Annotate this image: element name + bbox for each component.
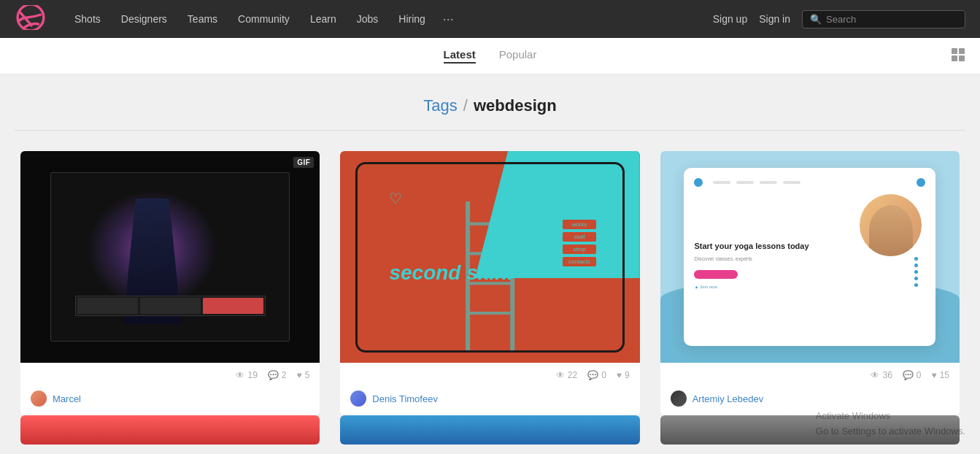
card-content: Start your yoga lessons today Discover c…	[694, 194, 925, 336]
shots-grid: GIF 👁 19 💬 2 ♥ 5 Marcel	[0, 131, 980, 415]
nav-pill-1: works	[563, 220, 596, 229]
breadcrumb-current: webdesign	[474, 96, 557, 115]
search-input[interactable]	[826, 14, 957, 25]
card-subtext: Discover classes, experts	[694, 255, 852, 263]
comment-icon-3: 💬	[903, 370, 914, 380]
comment-icon: 💬	[268, 370, 279, 380]
dot-2	[914, 263, 918, 267]
svg-rect-3	[952, 55, 957, 61]
shot-2-heart: ♡	[389, 190, 402, 207]
signin-button[interactable]: Sign in	[759, 13, 790, 25]
shot-card-1[interactable]: GIF 👁 19 💬 2 ♥ 5 Marcel	[20, 151, 320, 415]
nav-pill-2: staff	[563, 232, 596, 242]
author-name-1[interactable]: Marcel	[53, 393, 81, 404]
nav-right: Sign up Sign in 🔍	[713, 10, 965, 28]
card-nav-dot-2	[736, 181, 754, 184]
tab-links: Latest Popular	[444, 48, 537, 64]
dot-1	[914, 257, 918, 261]
comments-stat: 💬 2	[268, 370, 287, 380]
views-stat-2: 👁 22	[556, 370, 577, 380]
likes-count: 5	[305, 370, 310, 380]
breadcrumb-slash: /	[463, 96, 468, 115]
views-count-3: 36	[882, 370, 892, 380]
heart-icon-3: ♥	[932, 370, 937, 380]
likes-count-2: 9	[625, 370, 630, 380]
shot-thumb-1: GIF	[20, 151, 320, 363]
breadcrumb-section: Tags/webdesign	[0, 74, 980, 130]
heart-icon-2: ♥	[617, 370, 622, 380]
nav-community[interactable]: Community	[228, 0, 300, 38]
views-stat-3: 👁 36	[871, 370, 892, 380]
shot-thumb-3: Start your yoga lessons today Discover c…	[660, 151, 960, 363]
nav-jobs[interactable]: Jobs	[347, 0, 389, 38]
dot-5	[914, 283, 918, 287]
search-bar[interactable]: 🔍	[802, 10, 965, 28]
likes-stat: ♥ 5	[297, 370, 310, 380]
logo[interactable]	[15, 5, 47, 33]
nav-hiring[interactable]: Hiring	[388, 0, 436, 38]
shot-3-dots	[914, 257, 918, 287]
card-headline: Start your yoga lessons today	[694, 241, 852, 251]
grid-view-button[interactable]	[951, 47, 965, 65]
gif-badge: GIF	[293, 157, 314, 168]
shot-2-tablet: second skin. ♡ works staff shop contacts	[355, 162, 625, 353]
card-left: Start your yoga lessons today Discover c…	[694, 194, 852, 336]
shot-3-stats: 👁 36 💬 0 ♥ 15	[871, 370, 949, 380]
breadcrumb-tags-link[interactable]: Tags	[423, 96, 457, 115]
svg-rect-2	[959, 48, 965, 54]
nav-shots[interactable]: Shots	[64, 0, 111, 38]
card-cta-dot	[917, 178, 925, 187]
partial-card-3[interactable]	[660, 415, 960, 445]
eye-icon: 👁	[236, 370, 244, 380]
author-avatar-3	[671, 390, 687, 407]
shot-2-nav-pills: works staff shop contacts	[563, 220, 596, 266]
filmstrip-cell-2	[140, 298, 201, 314]
nav-links: Shots Designers Teams Community Learn Jo…	[64, 0, 713, 38]
card-cta-button	[694, 270, 738, 279]
card-top-bar	[694, 178, 925, 187]
shot-2-meta: 👁 22 💬 0 ♥ 9	[340, 363, 639, 390]
shot-1-screen	[50, 172, 290, 342]
likes-stat-2: ♥ 9	[617, 370, 630, 380]
person-silhouette	[869, 205, 913, 256]
shot-3-meta: 👁 36 💬 0 ♥ 15	[660, 363, 960, 390]
second-row	[0, 415, 980, 454]
tabs-bar: Latest Popular	[0, 38, 980, 74]
card-logo-dot	[694, 178, 703, 187]
dot-4	[914, 277, 918, 280]
likes-stat-3: ♥ 15	[932, 370, 949, 380]
nav-learn[interactable]: Learn	[300, 0, 347, 38]
shot-card-2[interactable]: second skin. ♡ works staff shop contacts	[340, 151, 639, 415]
comments-count-3: 0	[917, 370, 922, 380]
comments-stat-2: 💬 0	[587, 370, 606, 380]
author-name-3[interactable]: Artemiy Lebedev	[692, 393, 764, 404]
shot-3-author: Artemiy Lebedev	[660, 390, 960, 415]
card-nav-dot-4	[783, 181, 800, 184]
shot-thumb-2: second skin. ♡ works staff shop contacts	[340, 151, 639, 363]
shot-2-stats: 👁 22 💬 0 ♥ 9	[556, 370, 630, 380]
card-link-text: ▲ Join now	[694, 285, 852, 289]
likes-count-3: 15	[940, 370, 949, 380]
partial-card-2[interactable]	[340, 415, 639, 445]
filmstrip-cell-1	[77, 298, 138, 314]
comments-count: 2	[282, 370, 287, 380]
shot-2-title-text: second skin.	[389, 261, 513, 285]
tab-popular[interactable]: Popular	[499, 48, 537, 64]
partial-card-1[interactable]	[20, 415, 320, 445]
nav-more[interactable]: ···	[436, 0, 461, 38]
signup-button[interactable]: Sign up	[713, 13, 747, 25]
nav-designers[interactable]: Designers	[111, 0, 177, 38]
nav-pill-4: contacts	[563, 257, 596, 266]
shot-3-card: Start your yoga lessons today Discover c…	[684, 168, 935, 346]
tab-latest[interactable]: Latest	[444, 48, 476, 64]
shot-1-filmstrip	[75, 296, 266, 316]
comments-count-2: 0	[601, 370, 606, 380]
comment-icon-2: 💬	[587, 370, 598, 380]
shot-card-3[interactable]: Start your yoga lessons today Discover c…	[660, 151, 960, 415]
nav-teams[interactable]: Teams	[177, 0, 228, 38]
svg-rect-4	[959, 55, 965, 61]
author-name-2[interactable]: Denis Timofeev	[372, 393, 438, 404]
card-nav-dots	[713, 181, 800, 184]
comments-stat-3: 💬 0	[903, 370, 922, 380]
breadcrumb: Tags/webdesign	[0, 96, 980, 115]
